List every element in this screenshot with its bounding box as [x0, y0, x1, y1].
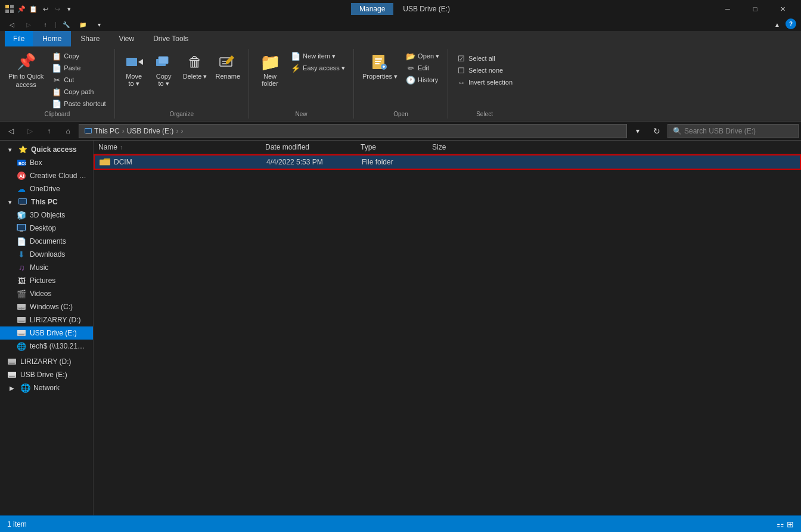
up-button[interactable]: ↑: [41, 124, 57, 138]
minimize-button[interactable]: ─: [714, 0, 741, 18]
refresh-button[interactable]: ↻: [648, 124, 665, 138]
close-button[interactable]: ✕: [769, 0, 796, 18]
sidebar-item-usb-top[interactable]: USB Drive (E:): [0, 368, 93, 381]
copy-icon: 📋: [52, 51, 61, 61]
paste-button[interactable]: 📄 Paste: [48, 62, 109, 74]
tab-home[interactable]: Home: [33, 31, 71, 46]
edit-button[interactable]: ✏ Edit: [402, 62, 443, 74]
qa-new-folder-button[interactable]: 📁: [76, 18, 90, 30]
properties-button[interactable]: Properties ▾: [359, 50, 401, 91]
details-view-button[interactable]: ⚏: [777, 519, 784, 529]
sidebar-desktop-label: Desktop: [30, 224, 56, 232]
svg-rect-32: [17, 304, 26, 307]
sidebar-item-music[interactable]: ♫ Music: [0, 261, 93, 274]
search-box[interactable]: 🔍 Search USB Drive (E:): [668, 124, 799, 138]
invert-selection-button[interactable]: ↔ Invert selection: [453, 76, 516, 88]
open-button[interactable]: 📂 Open ▾: [402, 50, 443, 62]
tab-share[interactable]: Share: [71, 31, 109, 46]
copy-path-button[interactable]: 📋 Copy path: [48, 86, 109, 98]
qa-forward-button[interactable]: ▷: [21, 18, 36, 30]
qa-help-button[interactable]: ?: [786, 18, 796, 29]
sidebar-item-lirizarry-d[interactable]: LIRIZARRY (D:): [0, 313, 93, 326]
ribbon-tabs: File Home Share View Drive Tools: [0, 31, 801, 46]
tab-drive-tools[interactable]: Drive Tools: [144, 31, 198, 46]
sidebar-item-3d-objects[interactable]: 🧊 3D Objects: [0, 209, 93, 222]
rename-button[interactable]: Rename: [212, 50, 244, 91]
open-group-content: Properties ▾ 📂 Open ▾ ✏ Edit 🕐 History: [359, 50, 443, 110]
copy-button[interactable]: 📋 Copy: [48, 50, 109, 62]
new-item-button[interactable]: 📄 New item ▾: [287, 50, 349, 62]
path-usb-drive[interactable]: USB Drive (E:): [127, 127, 174, 135]
sidebar: ▾ ⭐ Quick access BOX Box Ai Creative Clo: [0, 141, 94, 532]
back-button[interactable]: ◁: [2, 124, 19, 138]
sidebar-item-this-pc[interactable]: ▾ This PC: [0, 195, 93, 209]
svg-rect-42: [8, 359, 16, 362]
table-row[interactable]: DCIM 4/4/2022 5:53 PM File folder: [94, 154, 801, 170]
new-folder-icon: 📁: [260, 52, 280, 71]
manage-tab-title[interactable]: Manage: [351, 3, 393, 15]
col-header-type[interactable]: Type: [356, 143, 427, 151]
sidebar-item-onedrive[interactable]: ☁ OneDrive: [0, 182, 93, 195]
sidebar-item-documents[interactable]: 📄 Documents: [0, 235, 93, 248]
svg-rect-27: [19, 199, 26, 204]
sidebar-item-usb-drive-e[interactable]: USB Drive (E:): [0, 326, 93, 340]
new-folder-button[interactable]: 📁 Newfolder: [254, 50, 286, 91]
forward-button[interactable]: ▷: [21, 124, 38, 138]
sidebar-item-tech-share[interactable]: 🌐 tech$ (\\130.212.67...: [0, 340, 93, 353]
desktop-icon: [17, 223, 26, 233]
sidebar-item-quick-access[interactable]: ▾ ⭐ Quick access: [0, 143, 93, 156]
sidebar-item-desktop[interactable]: Desktop: [0, 222, 93, 235]
title-bar-left: 📌 📋 ↩ ↪ ▾: [5, 4, 74, 14]
select-none-button[interactable]: ☐ Select none: [453, 64, 516, 76]
qa-collapse-button[interactable]: ▲: [770, 18, 784, 30]
copy-to-button[interactable]: Copyto ▾: [150, 50, 178, 91]
path-this-pc[interactable]: This PC: [84, 127, 120, 135]
qa-up-button[interactable]: ↑: [38, 18, 52, 30]
redo-icon[interactable]: ↪: [52, 4, 62, 14]
address-dropdown-button[interactable]: ▾: [629, 124, 646, 138]
maximize-button[interactable]: □: [741, 0, 769, 18]
window-controls: ─ □ ✕: [714, 0, 796, 18]
status-item-count: 1 item: [7, 520, 27, 528]
svg-text:Ai: Ai: [19, 173, 24, 179]
videos-icon: 🎬: [17, 289, 26, 298]
move-to-button[interactable]: Moveto ▾: [120, 50, 148, 91]
select-all-button[interactable]: ☑ Select all: [453, 52, 516, 64]
paste-shortcut-button[interactable]: 📄 Paste shortcut: [48, 98, 109, 110]
address-path[interactable]: This PC › USB Drive (E:) › ›: [79, 124, 627, 138]
cut-button[interactable]: ✂ Cut: [48, 74, 109, 86]
col-header-size[interactable]: Size: [427, 143, 475, 151]
path-chevron[interactable]: ›: [181, 127, 183, 135]
qa-properties-button[interactable]: 🔧: [59, 18, 73, 30]
undo-icon[interactable]: ↩: [41, 4, 50, 14]
pin-to-quick-access-button[interactable]: 📌 Pin to Quickaccess: [5, 50, 47, 91]
col-header-name[interactable]: Name ↑: [94, 143, 260, 151]
qa-back-button[interactable]: ◁: [5, 18, 19, 30]
new-item-icon: 📄: [291, 51, 300, 61]
recent-locations-button[interactable]: ⌂: [60, 124, 76, 138]
tab-view[interactable]: View: [109, 31, 144, 46]
delete-button[interactable]: 🗑 Delete ▾: [179, 50, 211, 91]
paste-shortcut-icon: 📄: [52, 99, 61, 108]
sidebar-item-downloads[interactable]: ⬇ Downloads: [0, 248, 93, 261]
network-expand-icon: ▶: [7, 383, 17, 393]
easy-access-button[interactable]: ⚡ Easy access ▾: [287, 62, 349, 74]
pin-icon[interactable]: 📌: [17, 4, 26, 14]
open-icon: 📂: [406, 51, 415, 61]
copy-qs-icon[interactable]: 📋: [29, 4, 38, 14]
sidebar-item-creative-cloud[interactable]: Ai Creative Cloud Files: [0, 169, 93, 182]
large-icons-view-button[interactable]: ⊞: [787, 519, 794, 529]
tab-file[interactable]: File: [5, 31, 33, 46]
more-icon[interactable]: ▾: [64, 4, 74, 14]
col-header-date[interactable]: Date modified: [260, 143, 356, 151]
svg-rect-39: [17, 330, 26, 333]
sidebar-item-network[interactable]: ▶ 🌐 Network: [0, 381, 93, 394]
sidebar-item-box[interactable]: BOX Box: [0, 156, 93, 169]
sidebar-item-pictures[interactable]: 🖼 Pictures: [0, 274, 93, 287]
sidebar-item-lirizarry-top[interactable]: LIRIZARRY (D:): [0, 355, 93, 368]
sidebar-item-windows-c[interactable]: Windows (C:): [0, 300, 93, 313]
sidebar-tech-share-label: tech$ (\\130.212.67...: [30, 342, 88, 350]
qa-dropdown-button[interactable]: ▾: [92, 18, 107, 30]
sidebar-item-videos[interactable]: 🎬 Videos: [0, 287, 93, 300]
history-button[interactable]: 🕐 History: [402, 74, 443, 86]
